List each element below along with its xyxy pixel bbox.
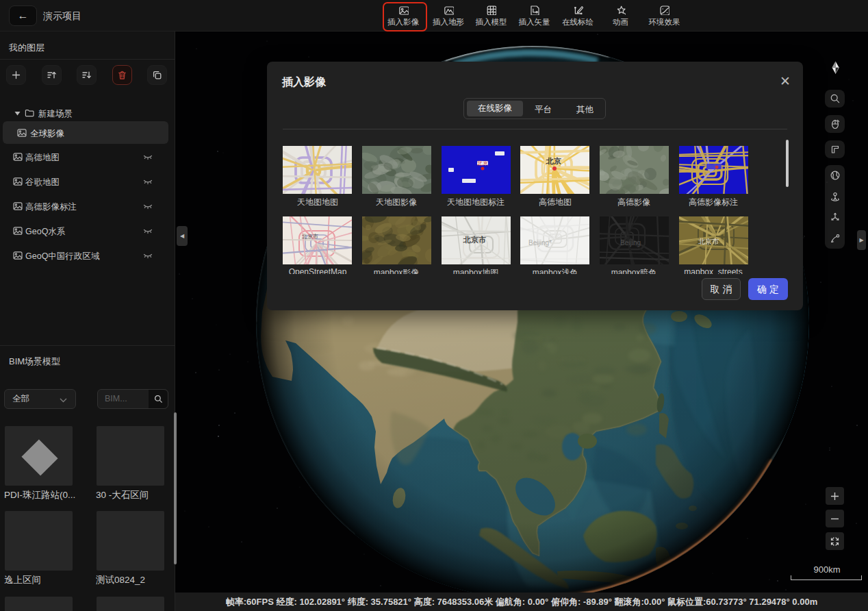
svg-text:Beijing*: Beijing* (528, 239, 552, 247)
svg-text:Beijing: Beijing (620, 239, 641, 247)
svg-text:北京市: 北京市 (698, 238, 719, 245)
svg-text:北京市: 北京市 (301, 234, 318, 240)
svg-text:北京: 北京 (546, 157, 561, 165)
svg-text:北京市: 北京市 (463, 236, 486, 244)
svg-text:北京: 北京 (476, 160, 488, 166)
